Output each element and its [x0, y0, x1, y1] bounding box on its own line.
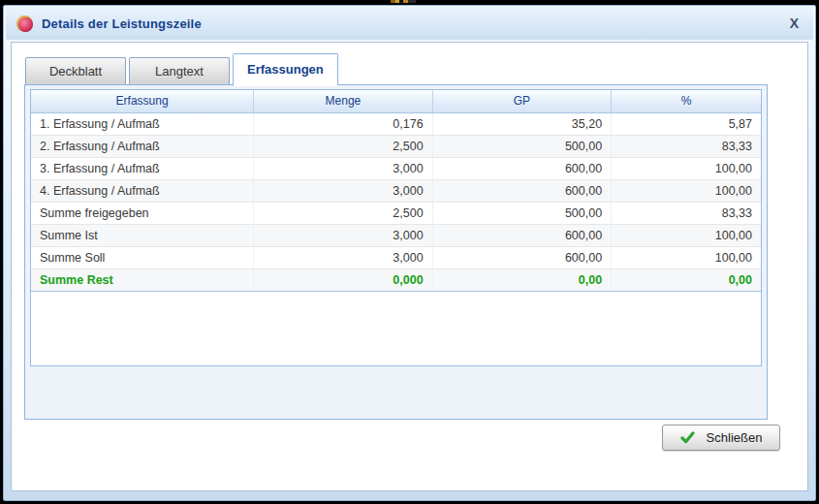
close-icon[interactable]: X	[786, 16, 803, 31]
screenshot-frame: Details der Leistungszeile X DeckblattLa…	[0, 0, 819, 504]
table-row[interactable]: Summe Rest0,0000,000,00	[31, 268, 761, 291]
grid-cell-value: 600,00	[432, 246, 611, 268]
dialog-window: Details der Leistungszeile X DeckblattLa…	[3, 5, 816, 501]
tab-langtext[interactable]: Langtext	[129, 57, 230, 84]
table-row[interactable]: Summe Ist3,000600,00100,00	[31, 224, 761, 246]
grid-cell-value: 35,20	[432, 112, 611, 135]
grid-cell-value: 3,000	[254, 246, 432, 268]
grid-cell-value: 600,00	[432, 157, 611, 179]
grid-cell-label: Summe Soll	[31, 246, 254, 268]
grid-header-row: ErfassungMengeGP%	[31, 90, 761, 112]
grid-cell-value: 83,33	[612, 135, 761, 157]
grid-cell-value: 500,00	[432, 202, 611, 224]
grid-cell-value: 100,00	[612, 224, 761, 246]
grid-cell-label: Summe Ist	[31, 224, 254, 246]
tab-erfassungen[interactable]: Erfassungen	[233, 53, 338, 86]
grid-cell-label: 2. Erfassung / Aufmaß	[31, 135, 254, 157]
table-row[interactable]: 2. Erfassung / Aufmaß2,500500,0083,33	[31, 135, 761, 157]
grid-cell-label: 1. Erfassung / Aufmaß	[31, 112, 254, 135]
grid-cell-value: 3,000	[254, 157, 432, 179]
column-header-erfassung[interactable]: Erfassung	[31, 90, 254, 112]
column-header--[interactable]: %	[612, 90, 761, 112]
table-row[interactable]: 4. Erfassung / Aufmaß3,000600,00100,00	[31, 179, 761, 202]
dialog-body: DeckblattLangtextErfassungen ErfassungMe…	[11, 42, 808, 491]
grid-cell-value: 2,500	[254, 135, 432, 157]
grid-cell-label: Summe freigegeben	[31, 202, 254, 224]
grid-cell-value: 100,00	[612, 179, 761, 202]
schliessen-button[interactable]: Schließen	[662, 425, 780, 451]
column-header-gp[interactable]: GP	[432, 90, 611, 112]
erfassungen-table: ErfassungMengeGP% 1. Erfassung / Aufmaß0…	[31, 90, 761, 292]
grid-cell-value: 100,00	[612, 157, 761, 179]
grid-cell-value: 0,00	[612, 268, 761, 291]
grid-cell-value: 0,000	[254, 268, 432, 291]
dialog-titlebar: Details der Leistungszeile X	[6, 7, 813, 40]
table-row[interactable]: 1. Erfassung / Aufmaß0,17635,205,87	[31, 112, 761, 135]
app-icon	[16, 16, 33, 32]
grid-cell-value: 600,00	[432, 224, 611, 246]
table-row[interactable]: Summe Soll3,000600,00100,00	[31, 246, 761, 268]
grid-cell-value: 3,000	[254, 224, 432, 246]
table-row[interactable]: 3. Erfassung / Aufmaß3,000600,00100,00	[31, 157, 761, 179]
grid-cell-label: Summe Rest	[31, 268, 254, 291]
tab-panel-erfassungen: ErfassungMengeGP% 1. Erfassung / Aufmaß0…	[24, 84, 768, 420]
grid-cell-value: 5,87	[612, 112, 761, 135]
background-window-sliver	[391, 0, 416, 3]
grid-body: 1. Erfassung / Aufmaß0,17635,205,872. Er…	[31, 112, 761, 291]
grid-cell-label: 4. Erfassung / Aufmaß	[31, 179, 254, 202]
grid-cell-value: 2,500	[254, 202, 432, 224]
table-row[interactable]: Summe freigegeben2,500500,0083,33	[31, 202, 761, 224]
grid-cell-value: 100,00	[612, 246, 761, 268]
grid-cell-value: 600,00	[432, 179, 611, 202]
tab-deckblatt[interactable]: Deckblatt	[25, 57, 126, 84]
grid-cell-value: 500,00	[432, 135, 611, 157]
column-header-menge[interactable]: Menge	[254, 90, 432, 112]
check-icon	[680, 431, 695, 444]
grid-cell-value: 83,33	[612, 202, 761, 224]
erfassungen-grid: ErfassungMengeGP% 1. Erfassung / Aufmaß0…	[30, 89, 762, 366]
dialog-title: Details der Leistungszeile	[42, 16, 202, 31]
grid-cell-value: 3,000	[254, 179, 432, 202]
schliessen-button-label: Schließen	[707, 430, 763, 445]
grid-cell-label: 3. Erfassung / Aufmaß	[31, 157, 254, 179]
grid-cell-value: 0,176	[254, 112, 432, 135]
tab-bar: DeckblattLangtextErfassungen	[25, 52, 338, 84]
grid-cell-value: 0,00	[432, 268, 611, 291]
